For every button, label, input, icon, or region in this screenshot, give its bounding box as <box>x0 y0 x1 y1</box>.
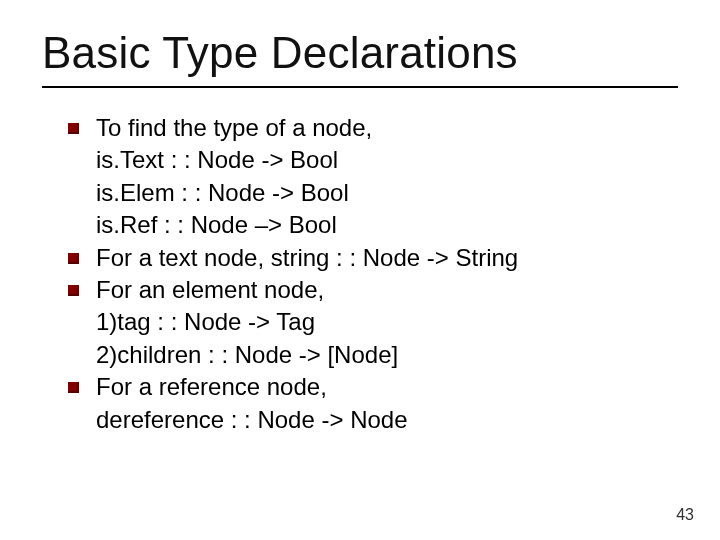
slide-title: Basic Type Declarations <box>42 28 678 78</box>
bullet-line: is.Text : : Node -> Bool <box>96 144 678 176</box>
bullet-line: To find the type of a node, <box>96 112 678 144</box>
bullet-line: is.Elem : : Node -> Bool <box>96 177 678 209</box>
bullet-line: For an element node, <box>96 274 678 306</box>
slide: Basic Type Declarations To find the type… <box>0 0 720 540</box>
page-number: 43 <box>676 506 694 524</box>
list-item: For an element node, 1)tag : : Node -> T… <box>62 274 678 371</box>
bullet-list: To find the type of a node, is.Text : : … <box>62 112 678 436</box>
bullet-line: For a reference node, <box>96 371 678 403</box>
bullet-line: 1)tag : : Node -> Tag <box>96 306 678 338</box>
title-divider <box>42 86 678 88</box>
bullet-line: For a text node, string : : Node -> Stri… <box>96 242 678 274</box>
list-item: For a text node, string : : Node -> Stri… <box>62 242 678 274</box>
list-item: For a reference node, dereference : : No… <box>62 371 678 436</box>
bullet-line: dereference : : Node -> Node <box>96 404 678 436</box>
list-item: To find the type of a node, is.Text : : … <box>62 112 678 242</box>
bullet-line: is.Ref : : Node –> Bool <box>96 209 678 241</box>
bullet-line: 2)children : : Node -> [Node] <box>96 339 678 371</box>
